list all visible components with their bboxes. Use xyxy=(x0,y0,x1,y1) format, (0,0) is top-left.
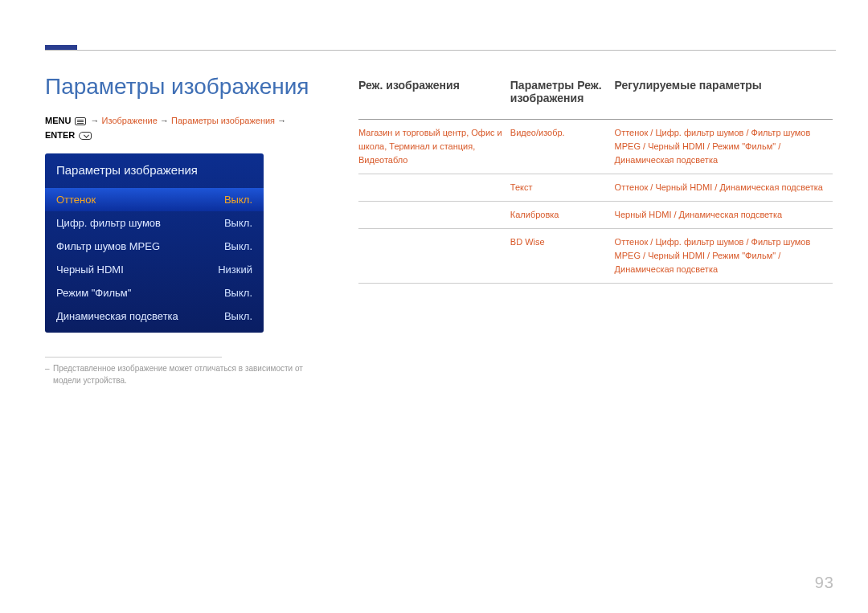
table-cell: Оттенок / Цифр. фильтр шумов / Фильтр шу… xyxy=(615,229,833,284)
osd-row[interactable]: Динамическая подсветкаВыкл. xyxy=(45,304,264,328)
params-table: Реж. изображения Параметры Реж. изображе… xyxy=(358,74,833,284)
breadcrumb: MENU → Изображение → Параметры изображен… xyxy=(45,114,310,142)
table-cell: BD Wise xyxy=(510,229,615,284)
footnote-rule xyxy=(45,357,222,358)
table-cell: Черный HDMI / Динамическая подсветка xyxy=(615,202,833,229)
table-header-col3: Регулируемые параметры xyxy=(615,74,833,120)
osd-row-label: Динамическая подсветка xyxy=(56,310,178,322)
osd-row[interactable]: Черный HDMIНизкий xyxy=(45,258,264,281)
arrow: → xyxy=(91,116,100,125)
table-cell: Текст xyxy=(510,174,615,202)
osd-row[interactable]: Цифр. фильтр шумовВыкл. xyxy=(45,211,264,235)
osd-panel: Параметры изображения ОттенокВыкл.Цифр. … xyxy=(45,153,264,333)
arrow: → xyxy=(277,116,286,125)
breadcrumb-part-1: Изображение xyxy=(102,116,158,125)
top-rule xyxy=(45,50,836,51)
table-row: BD WiseОттенок / Цифр. фильтр шумов / Фи… xyxy=(358,229,833,284)
page-title: Параметры изображения xyxy=(45,74,310,100)
osd-row-label: Черный HDMI xyxy=(56,264,124,276)
table-header-col2: Параметры Реж. изображения xyxy=(510,74,615,120)
breadcrumb-enter: ENTER xyxy=(45,130,75,140)
osd-row-value: Выкл. xyxy=(224,217,252,229)
table-row: ТекстОттенок / Черный HDMI / Динамическа… xyxy=(358,174,833,202)
table-cell xyxy=(358,229,510,284)
left-column: Параметры изображения MENU → Изображение… xyxy=(45,74,310,386)
page-number: 93 xyxy=(815,574,834,592)
arrow: → xyxy=(160,116,169,125)
osd-row[interactable]: Фильтр шумов MPEGВыкл. xyxy=(45,235,264,258)
table-cell: Видео/изобр. xyxy=(510,120,615,174)
osd-row-label: Фильтр шумов MPEG xyxy=(56,240,160,252)
osd-row-value: Выкл. xyxy=(224,287,252,299)
page-body: Параметры изображения MENU → Изображение… xyxy=(45,74,833,386)
menu-icon xyxy=(75,117,86,125)
table-row: КалибровкаЧерный HDMI / Динамическая под… xyxy=(358,202,833,229)
osd-row-value: Выкл. xyxy=(224,240,252,252)
table-cell xyxy=(358,202,510,229)
breadcrumb-menu: MENU xyxy=(45,116,71,125)
table-row: Магазин и торговый центр, Офис и школа, … xyxy=(358,120,833,174)
table-cell: Калибровка xyxy=(510,202,615,229)
osd-row[interactable]: ОттенокВыкл. xyxy=(45,188,264,211)
table-cell: Магазин и торговый центр, Офис и школа, … xyxy=(358,120,510,174)
osd-row-value: Выкл. xyxy=(224,310,252,322)
osd-row-label: Оттенок xyxy=(56,194,96,206)
footnote-text: Представленное изображение может отличат… xyxy=(45,362,310,386)
table-cell: Оттенок / Черный HDMI / Динамическая под… xyxy=(615,174,833,202)
breadcrumb-part-2: Параметры изображения xyxy=(171,116,275,125)
table-cell xyxy=(358,174,510,202)
right-column: Реж. изображения Параметры Реж. изображе… xyxy=(358,74,833,284)
enter-icon xyxy=(79,132,92,140)
osd-row[interactable]: Режим "Фильм"Выкл. xyxy=(45,281,264,304)
osd-row-label: Режим "Фильм" xyxy=(56,287,131,299)
table-cell: Оттенок / Цифр. фильтр шумов / Фильтр шу… xyxy=(615,120,833,174)
osd-row-value: Низкий xyxy=(218,264,252,276)
osd-title: Параметры изображения xyxy=(45,153,264,188)
osd-row-label: Цифр. фильтр шумов xyxy=(56,217,161,229)
table-header-col1: Реж. изображения xyxy=(358,74,510,120)
osd-row-value: Выкл. xyxy=(224,194,252,206)
